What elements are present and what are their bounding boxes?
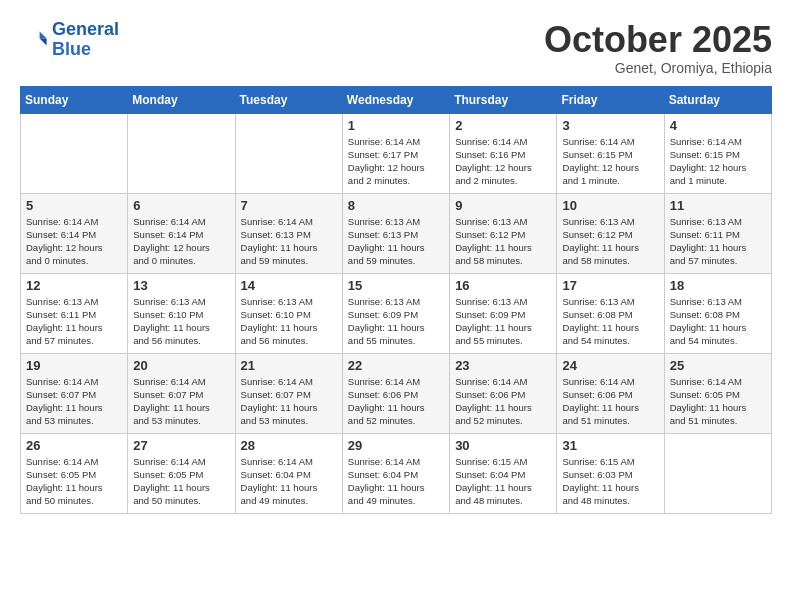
- calendar-cell: 9Sunrise: 6:13 AM Sunset: 6:12 PM Daylig…: [450, 193, 557, 273]
- calendar-cell: 22Sunrise: 6:14 AM Sunset: 6:06 PM Dayli…: [342, 353, 449, 433]
- day-number: 27: [133, 438, 229, 453]
- day-number: 21: [241, 358, 337, 373]
- day-info: Sunrise: 6:13 AM Sunset: 6:11 PM Dayligh…: [670, 215, 766, 268]
- day-info: Sunrise: 6:13 AM Sunset: 6:09 PM Dayligh…: [455, 295, 551, 348]
- day-number: 29: [348, 438, 444, 453]
- day-info: Sunrise: 6:13 AM Sunset: 6:11 PM Dayligh…: [26, 295, 122, 348]
- calendar-cell: [128, 113, 235, 193]
- day-number: 12: [26, 278, 122, 293]
- calendar-cell: 28Sunrise: 6:14 AM Sunset: 6:04 PM Dayli…: [235, 433, 342, 513]
- week-row: 26Sunrise: 6:14 AM Sunset: 6:05 PM Dayli…: [21, 433, 772, 513]
- header-day: Thursday: [450, 86, 557, 113]
- title-section: October 2025 Genet, Oromiya, Ethiopia: [544, 20, 772, 76]
- day-info: Sunrise: 6:14 AM Sunset: 6:14 PM Dayligh…: [133, 215, 229, 268]
- calendar-cell: 25Sunrise: 6:14 AM Sunset: 6:05 PM Dayli…: [664, 353, 771, 433]
- svg-marker-1: [40, 38, 47, 45]
- week-row: 1Sunrise: 6:14 AM Sunset: 6:17 PM Daylig…: [21, 113, 772, 193]
- day-info: Sunrise: 6:13 AM Sunset: 6:08 PM Dayligh…: [562, 295, 658, 348]
- calendar-cell: 2Sunrise: 6:14 AM Sunset: 6:16 PM Daylig…: [450, 113, 557, 193]
- day-info: Sunrise: 6:14 AM Sunset: 6:13 PM Dayligh…: [241, 215, 337, 268]
- week-row: 19Sunrise: 6:14 AM Sunset: 6:07 PM Dayli…: [21, 353, 772, 433]
- day-info: Sunrise: 6:14 AM Sunset: 6:07 PM Dayligh…: [26, 375, 122, 428]
- calendar-subtitle: Genet, Oromiya, Ethiopia: [544, 60, 772, 76]
- day-info: Sunrise: 6:14 AM Sunset: 6:14 PM Dayligh…: [26, 215, 122, 268]
- day-number: 6: [133, 198, 229, 213]
- calendar-cell: 4Sunrise: 6:14 AM Sunset: 6:15 PM Daylig…: [664, 113, 771, 193]
- calendar-cell: 24Sunrise: 6:14 AM Sunset: 6:06 PM Dayli…: [557, 353, 664, 433]
- day-number: 15: [348, 278, 444, 293]
- calendar-cell: [664, 433, 771, 513]
- day-number: 2: [455, 118, 551, 133]
- day-number: 30: [455, 438, 551, 453]
- svg-marker-0: [40, 31, 47, 38]
- logo-line2: Blue: [52, 39, 91, 59]
- day-info: Sunrise: 6:13 AM Sunset: 6:10 PM Dayligh…: [133, 295, 229, 348]
- calendar-cell: 15Sunrise: 6:13 AM Sunset: 6:09 PM Dayli…: [342, 273, 449, 353]
- day-number: 16: [455, 278, 551, 293]
- day-number: 26: [26, 438, 122, 453]
- day-info: Sunrise: 6:13 AM Sunset: 6:12 PM Dayligh…: [455, 215, 551, 268]
- header-day: Wednesday: [342, 86, 449, 113]
- day-info: Sunrise: 6:14 AM Sunset: 6:05 PM Dayligh…: [26, 455, 122, 508]
- day-info: Sunrise: 6:14 AM Sunset: 6:05 PM Dayligh…: [670, 375, 766, 428]
- week-row: 12Sunrise: 6:13 AM Sunset: 6:11 PM Dayli…: [21, 273, 772, 353]
- day-info: Sunrise: 6:14 AM Sunset: 6:04 PM Dayligh…: [241, 455, 337, 508]
- logo-line1: General: [52, 19, 119, 39]
- day-number: 10: [562, 198, 658, 213]
- calendar-cell: [235, 113, 342, 193]
- calendar-cell: 14Sunrise: 6:13 AM Sunset: 6:10 PM Dayli…: [235, 273, 342, 353]
- calendar-cell: 19Sunrise: 6:14 AM Sunset: 6:07 PM Dayli…: [21, 353, 128, 433]
- calendar-cell: 30Sunrise: 6:15 AM Sunset: 6:04 PM Dayli…: [450, 433, 557, 513]
- calendar-cell: 7Sunrise: 6:14 AM Sunset: 6:13 PM Daylig…: [235, 193, 342, 273]
- day-number: 7: [241, 198, 337, 213]
- day-number: 20: [133, 358, 229, 373]
- day-number: 4: [670, 118, 766, 133]
- header-day: Sunday: [21, 86, 128, 113]
- calendar-cell: 21Sunrise: 6:14 AM Sunset: 6:07 PM Dayli…: [235, 353, 342, 433]
- header-day: Saturday: [664, 86, 771, 113]
- day-info: Sunrise: 6:14 AM Sunset: 6:07 PM Dayligh…: [241, 375, 337, 428]
- header-day: Friday: [557, 86, 664, 113]
- day-info: Sunrise: 6:14 AM Sunset: 6:06 PM Dayligh…: [348, 375, 444, 428]
- day-number: 1: [348, 118, 444, 133]
- day-number: 8: [348, 198, 444, 213]
- day-number: 24: [562, 358, 658, 373]
- calendar-title: October 2025: [544, 20, 772, 60]
- day-info: Sunrise: 6:14 AM Sunset: 6:04 PM Dayligh…: [348, 455, 444, 508]
- day-info: Sunrise: 6:14 AM Sunset: 6:15 PM Dayligh…: [562, 135, 658, 188]
- logo: General Blue: [20, 20, 119, 60]
- header-row: SundayMondayTuesdayWednesdayThursdayFrid…: [21, 86, 772, 113]
- logo-text: General Blue: [52, 20, 119, 60]
- day-info: Sunrise: 6:15 AM Sunset: 6:03 PM Dayligh…: [562, 455, 658, 508]
- day-number: 28: [241, 438, 337, 453]
- calendar-cell: 6Sunrise: 6:14 AM Sunset: 6:14 PM Daylig…: [128, 193, 235, 273]
- calendar-cell: 5Sunrise: 6:14 AM Sunset: 6:14 PM Daylig…: [21, 193, 128, 273]
- day-info: Sunrise: 6:13 AM Sunset: 6:10 PM Dayligh…: [241, 295, 337, 348]
- day-info: Sunrise: 6:14 AM Sunset: 6:06 PM Dayligh…: [455, 375, 551, 428]
- page-header: General Blue October 2025 Genet, Oromiya…: [20, 20, 772, 76]
- day-number: 18: [670, 278, 766, 293]
- calendar-cell: 13Sunrise: 6:13 AM Sunset: 6:10 PM Dayli…: [128, 273, 235, 353]
- day-number: 14: [241, 278, 337, 293]
- calendar-cell: 18Sunrise: 6:13 AM Sunset: 6:08 PM Dayli…: [664, 273, 771, 353]
- day-info: Sunrise: 6:15 AM Sunset: 6:04 PM Dayligh…: [455, 455, 551, 508]
- week-row: 5Sunrise: 6:14 AM Sunset: 6:14 PM Daylig…: [21, 193, 772, 273]
- calendar-cell: 8Sunrise: 6:13 AM Sunset: 6:13 PM Daylig…: [342, 193, 449, 273]
- day-info: Sunrise: 6:14 AM Sunset: 6:05 PM Dayligh…: [133, 455, 229, 508]
- logo-icon: [20, 26, 48, 54]
- day-info: Sunrise: 6:13 AM Sunset: 6:12 PM Dayligh…: [562, 215, 658, 268]
- day-info: Sunrise: 6:13 AM Sunset: 6:08 PM Dayligh…: [670, 295, 766, 348]
- day-number: 19: [26, 358, 122, 373]
- day-info: Sunrise: 6:14 AM Sunset: 6:06 PM Dayligh…: [562, 375, 658, 428]
- day-number: 9: [455, 198, 551, 213]
- day-info: Sunrise: 6:14 AM Sunset: 6:15 PM Dayligh…: [670, 135, 766, 188]
- calendar-cell: 10Sunrise: 6:13 AM Sunset: 6:12 PM Dayli…: [557, 193, 664, 273]
- calendar-cell: 31Sunrise: 6:15 AM Sunset: 6:03 PM Dayli…: [557, 433, 664, 513]
- day-number: 23: [455, 358, 551, 373]
- day-number: 3: [562, 118, 658, 133]
- calendar-cell: 29Sunrise: 6:14 AM Sunset: 6:04 PM Dayli…: [342, 433, 449, 513]
- calendar-table: SundayMondayTuesdayWednesdayThursdayFrid…: [20, 86, 772, 514]
- calendar-cell: 20Sunrise: 6:14 AM Sunset: 6:07 PM Dayli…: [128, 353, 235, 433]
- calendar-cell: [21, 113, 128, 193]
- calendar-cell: 12Sunrise: 6:13 AM Sunset: 6:11 PM Dayli…: [21, 273, 128, 353]
